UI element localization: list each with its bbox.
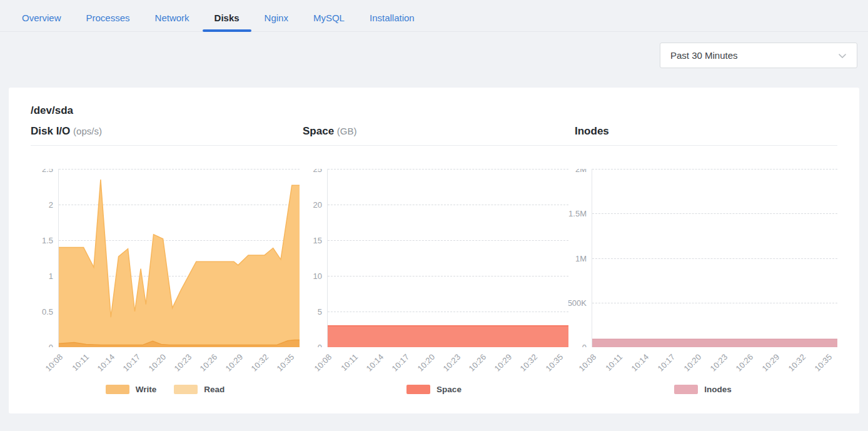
legend-swatch [106,385,129,394]
x-axis-label: 10:32 [786,352,807,373]
x-axis-label: 10:20 [146,352,168,373]
page-title: /dev/sda [21,104,847,117]
y-axis-label: 0 [318,343,322,348]
legend-swatch [674,385,698,394]
legend-item-space: Space [406,385,462,394]
chart-disk-io: 00.511.522.5 10:0810:1110:1410:1710:2010… [31,169,300,395]
tab-mysql[interactable]: MySQL [313,13,345,31]
x-axis-label: 10:23 [172,352,193,373]
y-axis-label: 0 [49,343,53,348]
y-axis-label: 0 [582,343,587,348]
tab-disks[interactable]: Disks [214,13,240,31]
disk-panel: /dev/sda Disk I/O (ops/s) Space (GB) Ino… [9,88,859,413]
y-axis-label: 2.5 [42,169,53,174]
y-axis-label: 2 [49,200,53,210]
legend-item-read: Read [174,385,225,394]
time-range-select[interactable]: Past 30 Minutes [660,43,857,68]
plot-area [58,169,300,347]
y-axis-label: 15 [313,236,322,245]
legend-label: Space [437,385,462,394]
y-axis-label: 1.5M [568,209,587,218]
x-axis-label: 10:17 [655,352,677,373]
x-axis-label: 10:32 [250,352,271,373]
y-axis-label: 0.5 [42,307,53,317]
chart-title-text: Inodes [575,125,609,137]
chart-space: 0510152025 10:0810:1110:1410:1710:2010:2… [300,169,568,395]
chart-title-text: Disk I/O [31,125,70,137]
x-axis-label: 10:23 [441,352,462,373]
time-range-value: Past 30 Minutes [670,50,738,61]
plot-area [327,169,568,347]
legend-label: Read [204,385,225,394]
tab-bar: Overview Processes Network Disks Nginx M… [0,0,868,32]
x-axis-label: 10:35 [544,352,565,373]
x-axis-label: 10:26 [467,352,488,373]
legend-item-write: Write [106,385,157,394]
y-axis: 0500K1M1.5M2M [568,169,592,347]
legend: Space [300,383,568,395]
x-axis-label: 10:29 [760,352,782,373]
x-axis-label: 10:35 [812,352,834,373]
x-axis-label: 10:26 [734,352,755,373]
chart-title-disk-io: Disk I/O (ops/s) [31,125,303,138]
chart-inodes: 0500K1M1.5M2M 10:0810:1110:1410:1710:201… [568,169,837,395]
x-axis-label: 10:11 [603,352,624,373]
x-axis-label: 10:35 [275,352,296,373]
legend: Inodes [568,383,837,395]
legend-swatch [174,385,198,394]
x-axis-label: 10:26 [198,352,219,373]
chart-title-unit: (GB) [337,126,357,136]
tab-installation[interactable]: Installation [370,13,415,31]
x-axis-label: 10:17 [121,352,142,373]
plot-area [592,169,837,347]
legend-label: Inodes [704,385,732,394]
y-axis-label: 20 [313,200,322,210]
x-axis-label: 10:32 [518,352,540,373]
chevron-down-icon [836,49,849,62]
x-axis-label: 10:11 [339,352,360,373]
chart-title-unit: (ops/s) [73,126,102,136]
area-series-write [59,180,300,347]
x-axis-label: 10:29 [223,352,245,373]
y-axis: 00.511.522.5 [31,169,58,347]
legend-item-inodes: Inodes [674,385,732,394]
x-axis-label: 10:20 [415,352,437,373]
y-axis-label: 1.5 [42,236,53,245]
legend-label: Write [136,385,157,394]
y-axis-label: 1M [575,253,587,263]
y-axis-label: 10 [313,271,322,281]
area-series-space [328,326,568,347]
y-axis-label: 25 [313,169,322,174]
x-axis-label: 10:29 [492,352,513,373]
x-axis-label: 10:14 [630,352,651,373]
x-axis-label: 10:14 [364,352,385,373]
x-axis-label: 10:20 [682,352,703,373]
tab-overview[interactable]: Overview [22,13,61,31]
y-axis-label: 500K [568,298,587,307]
chart-title-text: Space [303,125,334,137]
tab-nginx[interactable]: Nginx [265,13,288,31]
y-axis-label: 1 [49,271,53,281]
y-axis-label: 5 [318,307,322,317]
x-axis-label: 10:11 [70,352,91,373]
tab-processes[interactable]: Processes [86,13,130,31]
toolbar: Past 30 Minutes [0,32,868,68]
chart-titles-row: Disk I/O (ops/s) Space (GB) Inodes [21,125,847,138]
chart-title-inodes: Inodes [575,125,847,138]
x-axis: 10:0810:1110:1410:1710:2010:2310:2610:29… [592,347,837,376]
charts-row: 00.511.522.5 10:0810:1110:1410:1710:2010… [21,169,847,395]
chart-title-space: Space (GB) [303,125,575,138]
divider [31,145,837,146]
x-axis: 10:0810:1110:1410:1710:2010:2310:2610:29… [327,347,568,376]
tab-network[interactable]: Network [155,13,189,31]
legend: WriteRead [31,383,300,395]
x-axis-label: 10:17 [390,352,411,373]
area-series-inodes [592,339,837,347]
y-axis: 0510152025 [300,169,327,347]
y-axis-label: 2M [575,169,587,174]
x-axis-label: 10:23 [708,352,729,373]
x-axis-label: 10:14 [95,352,116,373]
x-axis: 10:0810:1110:1410:1710:2010:2310:2610:29… [58,347,300,376]
legend-swatch [406,385,430,394]
